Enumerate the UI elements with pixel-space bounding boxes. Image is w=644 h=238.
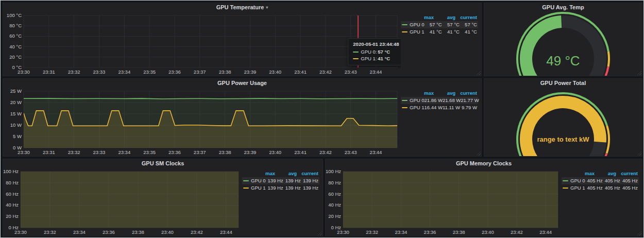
legend-column-header-avg[interactable]: avg: [595, 170, 616, 177]
gpu-sm-clocks-chart[interactable]: 0 Hz20 Hz40 Hz60 Hz80 Hz100 Hz23:3023:32…: [3, 167, 242, 236]
legend-series-toggle[interactable]: GPU 1: [402, 104, 425, 111]
y-axis-tick-label: 20 W: [10, 99, 22, 105]
panel-title-text: GPU Avg. Temp: [542, 4, 584, 10]
x-axis-tick-label: 23:34: [118, 149, 130, 155]
panel-menu-caret-icon[interactable]: ▾: [266, 5, 268, 10]
panel-title-gpu-sm-clocks[interactable]: GPU SM Clocks: [3, 159, 323, 167]
legend-value-avg: 139 Hz: [283, 184, 301, 192]
legend-series-toggle[interactable]: GPU 0: [563, 177, 585, 184]
legend-value-avg: 405 Hz: [603, 177, 620, 184]
gpu-memory-clocks-chart[interactable]: 0 Hz20 Hz40 Hz60 Hz80 Hz100 Hz23:3023:32…: [326, 167, 562, 236]
y-axis-tick-label: 40 °C: [9, 44, 22, 49]
legend-value-current: 139 Hz: [301, 177, 318, 184]
legend-value-current: 139 Hz: [301, 184, 318, 192]
panel-title-gpu-memory-clocks[interactable]: GPU Memory Clocks: [326, 159, 642, 167]
legend-value-avg: 21.68 W: [443, 97, 461, 104]
panel-title-gpu-power-usage[interactable]: GPU Power Usage: [3, 79, 481, 87]
legend-series-row: GPU 0139 Hz139 Hz139 Hz: [242, 177, 319, 184]
panel-title-gpu-avg-temp[interactable]: GPU Avg. Temp: [484, 3, 642, 11]
panel-title-gpu-temperature[interactable]: GPU Temperature▾: [3, 3, 481, 11]
y-axis-tick-label: 80 Hz: [6, 180, 19, 185]
y-axis-tick-label: 60 Hz: [6, 191, 19, 197]
legend-header-row: maxavgcurrent: [401, 90, 478, 97]
legend-value-max: 139 Hz: [266, 177, 283, 184]
x-axis-tick-label: 23:41: [294, 149, 307, 155]
panel-title-text: GPU Memory Clocks: [456, 160, 512, 166]
legend-value-max: 405 Hz: [585, 177, 603, 184]
legend-series-toggle[interactable]: GPU 1: [563, 184, 585, 192]
chart-svg[interactable]: 0 Hz20 Hz40 Hz60 Hz80 Hz100 Hz23:3023:32…: [3, 167, 242, 236]
chart-svg[interactable]: 0 W5 W10 W15 W20 W25 W23:3023:3123:3223:…: [3, 87, 401, 156]
legend-value-avg: 405 Hz: [603, 184, 620, 192]
legend-column-header-max[interactable]: max: [412, 14, 434, 21]
x-axis-tick-label: 23:38: [132, 229, 144, 235]
legend-column-header-current[interactable]: current: [455, 14, 477, 21]
y-axis-tick-label: 100 Hz: [326, 168, 341, 174]
x-axis-tick-label: 23:44: [220, 229, 232, 235]
x-axis-tick-label: 23:43: [345, 149, 357, 155]
legend-series-toggle[interactable]: GPU 1: [243, 184, 266, 192]
panel-title-text: GPU Power Total: [540, 80, 586, 86]
y-axis-tick-label: 80 °C: [9, 23, 22, 28]
legend-series-toggle[interactable]: GPU 0: [402, 21, 425, 28]
legend-value-current: 57 °C: [460, 21, 477, 28]
gpu-avg-temp-gauge: 49 °C: [484, 11, 642, 76]
x-axis-tick-label: 23:39: [244, 69, 257, 75]
gpu-power-total-gauge: range to text kW: [484, 87, 642, 156]
y-axis-tick-label: 100 Hz: [3, 168, 19, 174]
legend-series-toggle[interactable]: GPU 0: [243, 177, 266, 184]
series-color-swatch-icon: [563, 180, 568, 181]
x-axis-tick-label: 23:35: [143, 69, 156, 75]
legend-column-header-max[interactable]: max: [253, 170, 275, 177]
x-axis-tick-label: 23:39: [244, 149, 257, 155]
gauge-threshold-band: [608, 52, 609, 66]
x-axis-tick-label: 23:38: [219, 69, 231, 75]
x-axis-tick-label: 23:36: [424, 229, 436, 235]
series-color-swatch-icon: [563, 188, 568, 189]
legend-column-header-avg[interactable]: avg: [434, 90, 455, 97]
gpu-power-usage-chart[interactable]: 0 W5 W10 W15 W20 W25 W23:3023:3123:3223:…: [3, 87, 401, 156]
legend-series-row: GPU 116.44 W11.11 W9.79 W: [401, 104, 478, 111]
gpu-temperature-chart[interactable]: 0 °C20 °C40 °C60 °C80 °C100 °C23:3023:31…: [3, 11, 401, 76]
legend-column-header-max[interactable]: max: [573, 170, 595, 177]
legend-column-header-current[interactable]: current: [616, 170, 638, 177]
legend-value-max: 16.44 W: [425, 104, 443, 111]
x-axis-tick-label: 23:36: [168, 149, 181, 155]
legend-column-header-current[interactable]: current: [297, 170, 318, 177]
legend-column-header-avg[interactable]: avg: [434, 14, 455, 21]
gauge-svg: range to text kW: [484, 87, 642, 156]
gauge-value-text: 49 °C: [546, 53, 580, 69]
legend-column-header-avg[interactable]: avg: [275, 170, 297, 177]
x-axis-tick-label: 23:36: [103, 229, 115, 235]
legend-header-row: maxavgcurrent: [242, 170, 319, 177]
tooltip-series-value: 57 °C: [378, 49, 390, 55]
series-line: [24, 98, 397, 99]
series-area: [21, 167, 239, 228]
panel-gpu-power-usage: GPU Power Usage 0 W5 W10 W15 W20 W25 W23…: [3, 78, 482, 157]
panel-gpu-temperature: GPU Temperature▾ 0 °C20 °C40 °C60 °C80 °…: [3, 3, 482, 76]
gpu-sm-clocks-legend: maxavgcurrentGPU 0139 Hz139 Hz139 HzGPU …: [242, 167, 323, 236]
y-axis-tick-label: 40 Hz: [6, 202, 19, 208]
series-color-swatch-icon: [353, 58, 359, 59]
series-color-swatch-icon: [243, 180, 249, 181]
gpu-temperature-legend: maxavgcurrentGPU 057 °C57 °C57 °CGPU 141…: [401, 11, 481, 76]
legend-series-toggle[interactable]: GPU 1: [402, 28, 425, 36]
chart-svg[interactable]: 0 °C20 °C40 °C60 °C80 °C100 °C23:3023:31…: [3, 11, 401, 76]
y-axis-tick-label: 15 W: [10, 111, 22, 116]
tooltip-series-label: GPU 1:: [353, 56, 378, 61]
y-axis-tick-label: 25 W: [10, 88, 22, 94]
legend-column-header-max[interactable]: max: [412, 90, 434, 97]
legend-series-row: GPU 0405 Hz405 Hz405 Hz: [562, 177, 639, 184]
x-axis-tick-label: 23:41: [294, 69, 307, 75]
legend-column-header-current[interactable]: current: [455, 90, 477, 97]
x-axis-tick-label: 23:38: [219, 149, 231, 155]
series-color-swatch-icon: [402, 107, 408, 108]
x-axis-tick-label: 23:33: [93, 149, 106, 155]
chart-svg[interactable]: 0 Hz20 Hz40 Hz60 Hz80 Hz100 Hz23:3023:32…: [326, 167, 562, 236]
y-axis-tick-label: 5 W: [13, 133, 22, 139]
series-area: [343, 167, 558, 228]
legend-series-toggle[interactable]: GPU 0: [402, 97, 425, 104]
y-axis-tick-label: 80 Hz: [328, 180, 341, 185]
panel-title-gpu-power-total[interactable]: GPU Power Total: [484, 79, 642, 87]
x-axis-tick-label: 23:42: [511, 229, 523, 235]
